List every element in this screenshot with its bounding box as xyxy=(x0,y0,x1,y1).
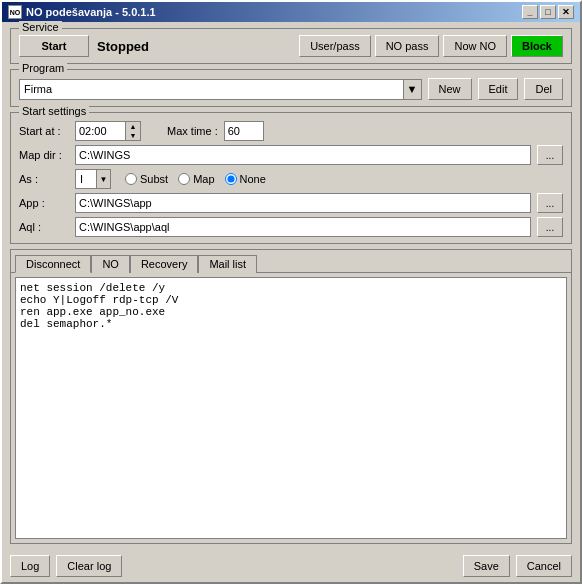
bottom-bar: Log Clear log Save Cancel xyxy=(2,550,580,582)
radio-subst[interactable]: Subst xyxy=(125,173,168,185)
now-no-button[interactable]: Now NO xyxy=(443,35,507,57)
title-bar: NO NO podešavanja - 5.0.1.1 _ □ ✕ xyxy=(2,2,580,22)
map-dir-browse-button[interactable]: ... xyxy=(537,145,563,165)
start-at-row: Start at : ▲ ▼ Max time : xyxy=(19,121,563,141)
save-button[interactable]: Save xyxy=(463,555,510,577)
cancel-button[interactable]: Cancel xyxy=(516,555,572,577)
program-group-label: Program xyxy=(19,62,67,74)
radio-map-label: Map xyxy=(193,173,214,185)
aql-browse-button[interactable]: ... xyxy=(537,217,563,237)
radio-map-input[interactable] xyxy=(178,173,190,185)
service-buttons: User/pass NO pass Now NO Block xyxy=(299,35,563,57)
main-window: NO NO podešavanja - 5.0.1.1 _ □ ✕ Servic… xyxy=(0,0,582,584)
max-time-input[interactable] xyxy=(224,121,264,141)
no-pass-button[interactable]: NO pass xyxy=(375,35,440,57)
del-button[interactable]: Del xyxy=(524,78,563,100)
app-row: App : ... xyxy=(19,193,563,213)
program-selected: Firma xyxy=(20,83,403,95)
aql-row: Aql : ... xyxy=(19,217,563,237)
radio-none-label: None xyxy=(240,173,266,185)
app-input[interactable] xyxy=(75,193,531,213)
as-dropdown-arrow[interactable]: ▼ xyxy=(96,170,110,188)
program-combobox[interactable]: Firma ▼ xyxy=(19,79,422,100)
main-content: Service Start Stopped User/pass NO pass … xyxy=(2,22,580,550)
spin-controls: ▲ ▼ xyxy=(125,121,141,141)
app-icon: NO xyxy=(8,5,22,19)
status-label: Stopped xyxy=(97,39,177,54)
start-at-spin: ▲ ▼ xyxy=(75,121,141,141)
maximize-button[interactable]: □ xyxy=(540,5,556,19)
tab-content-disconnect xyxy=(11,272,571,543)
max-time-label: Max time : xyxy=(167,125,218,137)
radio-none[interactable]: None xyxy=(225,173,266,185)
radio-map[interactable]: Map xyxy=(178,173,214,185)
as-combobox[interactable]: I ▼ xyxy=(75,169,111,189)
block-button[interactable]: Block xyxy=(511,35,563,57)
start-at-input[interactable] xyxy=(75,121,125,141)
service-section: Start Stopped User/pass NO pass Now NO B… xyxy=(19,31,563,57)
tabs-container: Disconnect NO Recovery Mail list xyxy=(10,249,572,544)
start-settings-group: Start settings Start at : ▲ ▼ Max time : xyxy=(10,112,572,244)
radio-subst-input[interactable] xyxy=(125,173,137,185)
radio-subst-label: Subst xyxy=(140,173,168,185)
tab-disconnect[interactable]: Disconnect xyxy=(15,255,91,273)
new-button[interactable]: New xyxy=(428,78,472,100)
app-browse-button[interactable]: ... xyxy=(537,193,563,213)
radio-group: Subst Map None xyxy=(125,173,266,185)
as-value: I xyxy=(76,173,96,185)
service-group-label: Service xyxy=(19,21,62,33)
start-at-label: Start at : xyxy=(19,125,69,137)
bottom-right: Save Cancel xyxy=(463,555,572,577)
log-textarea[interactable] xyxy=(15,277,567,539)
aql-input[interactable] xyxy=(75,217,531,237)
combo-dropdown-arrow[interactable]: ▼ xyxy=(403,80,421,99)
clear-log-button[interactable]: Clear log xyxy=(56,555,122,577)
tab-recovery[interactable]: Recovery xyxy=(130,255,198,273)
log-button[interactable]: Log xyxy=(10,555,50,577)
service-group: Service Start Stopped User/pass NO pass … xyxy=(10,28,572,64)
spin-up-button[interactable]: ▲ xyxy=(126,122,140,131)
map-dir-label: Map dir : xyxy=(19,149,69,161)
tab-mail-list[interactable]: Mail list xyxy=(198,255,257,273)
minimize-button[interactable]: _ xyxy=(522,5,538,19)
as-label: As : xyxy=(19,173,69,185)
close-button[interactable]: ✕ xyxy=(558,5,574,19)
user-pass-button[interactable]: User/pass xyxy=(299,35,371,57)
tabs-header: Disconnect NO Recovery Mail list xyxy=(11,250,571,272)
app-label: App : xyxy=(19,197,69,209)
radio-none-input[interactable] xyxy=(225,173,237,185)
title-controls: _ □ ✕ xyxy=(522,5,574,19)
settings-grid: Start at : ▲ ▼ Max time : Map dir : xyxy=(19,117,563,237)
start-button[interactable]: Start xyxy=(19,35,89,57)
start-settings-label: Start settings xyxy=(19,105,89,117)
as-row: As : I ▼ Subst Map xyxy=(19,169,563,189)
edit-button[interactable]: Edit xyxy=(478,78,519,100)
tab-no[interactable]: NO xyxy=(91,255,130,273)
aql-label: Aql : xyxy=(19,221,69,233)
title-bar-left: NO NO podešavanja - 5.0.1.1 xyxy=(8,5,156,19)
program-row: Firma ▼ New Edit Del xyxy=(19,74,563,100)
map-dir-input[interactable] xyxy=(75,145,531,165)
map-dir-row: Map dir : ... xyxy=(19,145,563,165)
window-title: NO podešavanja - 5.0.1.1 xyxy=(26,6,156,18)
spin-down-button[interactable]: ▼ xyxy=(126,131,140,140)
program-group: Program Firma ▼ New Edit Del xyxy=(10,69,572,107)
